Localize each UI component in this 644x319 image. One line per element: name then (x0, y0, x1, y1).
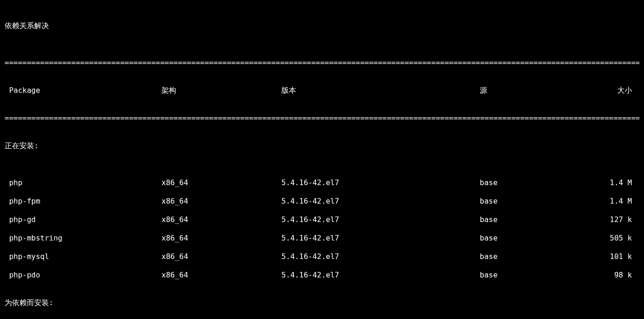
table-row: php-mysql x86_64 5.4.16-42.el7 base 101 … (5, 252, 639, 261)
cell-size: 505 k (586, 234, 632, 243)
cell-repo: base (480, 271, 586, 280)
hdr-package: Package (5, 86, 161, 95)
cell-version: 5.4.16-42.el7 (281, 197, 480, 206)
cell-arch: x86_64 (161, 215, 281, 224)
header-row: Package 架构 版本 源 大小 (5, 86, 639, 95)
separator: ========================================… (5, 114, 639, 123)
hdr-arch: 架构 (161, 86, 281, 95)
separator: ========================================… (5, 58, 639, 67)
cell-package: php-mysql (5, 252, 161, 261)
table-row: php x86_64 5.4.16-42.el7 base 1.4 M (5, 178, 639, 187)
cell-version: 5.4.16-42.el7 (281, 234, 480, 243)
cell-version: 5.4.16-42.el7 (281, 215, 480, 224)
cell-arch: x86_64 (161, 271, 281, 280)
hdr-repo: 源 (480, 86, 586, 95)
cell-arch: x86_64 (161, 252, 281, 261)
table-row: php-gd x86_64 5.4.16-42.el7 base 127 k (5, 215, 639, 224)
cell-repo: base (480, 197, 586, 206)
cell-size: 1.4 M (586, 178, 632, 187)
table-row: php-pdo x86_64 5.4.16-42.el7 base 98 k (5, 271, 639, 280)
cell-version: 5.4.16-42.el7 (281, 271, 480, 280)
cell-arch: x86_64 (161, 178, 281, 187)
cell-repo: base (480, 215, 586, 224)
hdr-size: 大小 (586, 86, 632, 95)
cell-repo: base (480, 178, 586, 187)
cell-package: php-mbstring (5, 234, 161, 243)
cell-size: 1.4 M (586, 197, 632, 206)
cell-size: 98 k (586, 271, 632, 280)
cell-arch: x86_64 (161, 234, 281, 243)
hdr-version: 版本 (281, 86, 480, 95)
table-row: php-fpm x86_64 5.4.16-42.el7 base 1.4 M (5, 197, 639, 206)
cell-version: 5.4.16-42.el7 (281, 252, 480, 261)
table-row: php-mbstring x86_64 5.4.16-42.el7 base 5… (5, 234, 639, 243)
cell-repo: base (480, 234, 586, 243)
cell-package: php (5, 178, 161, 187)
cell-repo: base (480, 252, 586, 261)
cell-arch: x86_64 (161, 197, 281, 206)
resolve-line: 依赖关系解决 (5, 21, 639, 30)
cell-package: php-pdo (5, 271, 161, 280)
cell-version: 5.4.16-42.el7 (281, 178, 480, 187)
blank-line (5, 40, 639, 49)
section-install: 正在安装: (5, 141, 639, 150)
cell-package: php-fpm (5, 197, 161, 206)
section-deps: 为依赖而安装: (5, 298, 639, 307)
cell-size: 127 k (586, 215, 632, 224)
cell-size: 101 k (586, 252, 632, 261)
cell-package: php-gd (5, 215, 161, 224)
terminal[interactable]: 依赖关系解决 =================================… (0, 0, 644, 319)
